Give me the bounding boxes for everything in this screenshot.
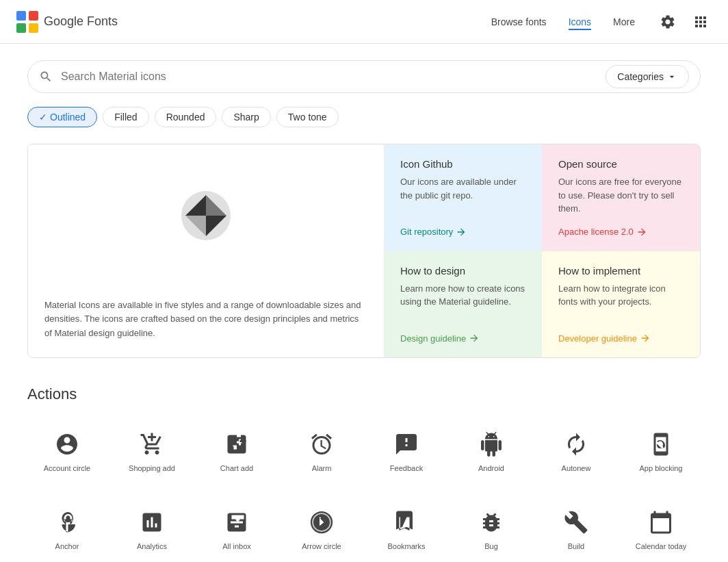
icon-label: App blocking	[640, 463, 683, 473]
google-logo-icon	[16, 11, 38, 33]
icon-label: Account circle	[44, 463, 90, 473]
main-nav: Browse fonts Icons More	[491, 14, 635, 30]
arrow-right-icon	[456, 227, 467, 238]
banner-card-github-text: Our icons are available under the public…	[400, 175, 525, 202]
banner-card-implement-title: How to implement	[558, 265, 684, 277]
developer-guideline-link[interactable]: Developer guideline	[558, 333, 684, 344]
svg-rect-0	[16, 11, 26, 21]
svg-rect-2	[16, 23, 26, 33]
icon-android[interactable]: Android	[452, 420, 531, 481]
icon-label: Autonew	[562, 463, 591, 473]
icon-build[interactable]: Build	[536, 498, 616, 559]
banner-left: Material Icons are available in five sty…	[28, 144, 384, 357]
chip-outlined[interactable]: ✓ Outlined	[27, 107, 97, 127]
banner-card-opensource-title: Open source	[558, 158, 684, 170]
nav-more[interactable]: More	[613, 14, 635, 30]
icon-label: Android	[478, 463, 504, 473]
apache-license-link[interactable]: Apache license 2.0	[558, 227, 684, 238]
arrow-right-icon3	[469, 333, 480, 344]
banner-card-github-title: Icon Github	[400, 158, 525, 170]
banner-logo-area	[44, 161, 367, 270]
header-actions	[657, 11, 712, 33]
logo[interactable]: Google Fonts	[16, 11, 118, 33]
svg-rect-1	[29, 11, 38, 21]
icon-all-inbox[interactable]: All inbox	[197, 498, 276, 559]
filter-chips: ✓ Outlined Filled Rounded Sharp Two tone	[27, 107, 701, 127]
icon-label: Calendar today	[636, 541, 687, 551]
logo-text: Google Fonts	[44, 14, 118, 29]
icon-label: Bookmarks	[387, 541, 425, 551]
icon-grid-row1: Account circle Shopping add Chart add Al…	[27, 420, 701, 481]
icon-anchor[interactable]: Anchor	[27, 498, 107, 559]
arrow-right-icon2	[636, 227, 647, 238]
apps-button[interactable]	[690, 11, 712, 33]
icon-label: All inbox	[222, 541, 251, 551]
chip-two-tone[interactable]: Two tone	[276, 107, 339, 127]
apps-icon	[692, 14, 709, 30]
svg-rect-6	[230, 446, 234, 450]
svg-rect-3	[29, 23, 38, 33]
chevron-down-icon	[666, 71, 677, 82]
icon-account-circle[interactable]: Account circle	[27, 420, 107, 481]
icon-analytics[interactable]: Analytics	[112, 498, 192, 559]
banner-card-opensource: Open source Our icons are free for every…	[542, 144, 700, 251]
icon-label: Anchor	[55, 541, 79, 551]
icon-feedback[interactable]: Feedback	[367, 420, 446, 481]
icon-calendar-today[interactable]: Calendar today	[621, 498, 701, 559]
svg-rect-7	[230, 437, 234, 446]
search-icon	[39, 70, 53, 84]
banner-card-implement: How to implement Learn how to integrate …	[542, 251, 700, 358]
icon-shopping-add[interactable]: Shopping add	[112, 420, 192, 481]
git-repository-link[interactable]: Git repository	[400, 227, 525, 238]
icon-label: Alarm	[312, 463, 332, 473]
settings-button[interactable]	[657, 11, 679, 33]
icon-grid-row2: Anchor Analytics All inbox Arrow circle	[27, 498, 701, 559]
info-banner: Material Icons are available in five sty…	[27, 144, 701, 358]
search-input[interactable]	[61, 71, 597, 83]
banner-right: Icon Github Our icons are available unde…	[384, 144, 700, 357]
icon-arrow-circle[interactable]: Arrow circle	[282, 498, 361, 559]
icon-label: Shopping add	[129, 463, 175, 473]
icon-app-blocking[interactable]: App blocking	[621, 420, 701, 481]
icon-label: Chart add	[220, 463, 253, 473]
icon-label: Build	[568, 541, 584, 551]
banner-card-design: How to design Learn more how to create i…	[384, 251, 542, 358]
chip-filled[interactable]: Filled	[103, 107, 148, 127]
icon-chart-add[interactable]: Chart add	[197, 420, 276, 481]
nav-icons[interactable]: Icons	[569, 14, 591, 30]
arrow-right-icon4	[640, 333, 651, 344]
header: Google Fonts Browse fonts Icons More	[0, 0, 728, 44]
icon-bookmarks[interactable]: Bookmarks	[367, 498, 446, 559]
banner-card-opensource-text: Our icons are free for everyone to use. …	[558, 175, 684, 216]
banner-description: Material Icons are available in five sty…	[44, 298, 367, 341]
banner-card-design-title: How to design	[400, 265, 525, 277]
settings-icon	[660, 14, 676, 30]
nav-browse-fonts[interactable]: Browse fonts	[491, 14, 547, 30]
banner-card-implement-text: Learn how to integrate icon fonts with y…	[558, 282, 684, 309]
banner-card-github: Icon Github Our icons are available unde…	[384, 144, 542, 251]
chip-sharp[interactable]: Sharp	[222, 107, 270, 127]
icon-label: Bug	[484, 541, 498, 551]
section-title: Actions	[27, 385, 701, 403]
categories-button[interactable]: Categories	[606, 65, 689, 88]
icon-bug[interactable]: Bug	[452, 498, 531, 559]
search-bar: Categories	[27, 60, 701, 93]
material-logo-icon	[179, 188, 233, 243]
icon-autonew[interactable]: Autonew	[536, 420, 616, 481]
icon-label: Feedback	[390, 463, 423, 473]
banner-card-design-text: Learn more how to create icons using the…	[400, 282, 525, 309]
design-guideline-link[interactable]: Design guideline	[400, 333, 525, 344]
icon-label: Arrow circle	[302, 541, 341, 551]
icon-label: Analytics	[137, 541, 167, 551]
icon-alarm[interactable]: Alarm	[282, 420, 361, 481]
chip-rounded[interactable]: Rounded	[155, 107, 217, 127]
main-content: Categories ✓ Outlined Filled Rounded Sha…	[0, 44, 728, 562]
